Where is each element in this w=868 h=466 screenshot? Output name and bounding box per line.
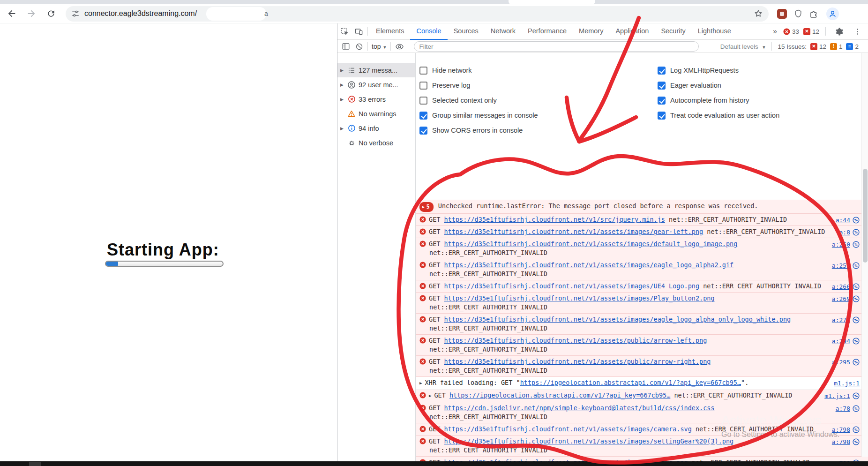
sidebar-item-127-messa-[interactable]: ▶127 messa... <box>337 63 415 77</box>
source-link[interactable]: a:269 <box>832 294 850 303</box>
request-url-link[interactable]: https://d35e1ftufisrhj.cloudfront.net/v1… <box>444 294 715 302</box>
device-toolbar-icon[interactable] <box>352 25 366 38</box>
request-url-link[interactable]: https://d35e1ftufisrhj.cloudfront.net/v1… <box>444 437 734 445</box>
source-link[interactable]: a:253 <box>832 261 850 270</box>
more-tabs-chevron[interactable]: » <box>771 23 779 40</box>
network-request-icon[interactable] <box>853 316 860 323</box>
network-request-icon[interactable] <box>853 229 860 236</box>
tab-elements[interactable]: Elements <box>370 23 410 40</box>
setting-hide-network[interactable]: Hide network <box>419 63 868 78</box>
checkbox[interactable] <box>419 82 427 90</box>
issues-label[interactable]: 15 Issues: <box>778 43 807 50</box>
request-url-link[interactable]: https://d35e1ftufisrhj.cloudfront.net/v1… <box>444 240 738 248</box>
address-bar[interactable]: connector.eagle3dstreaming.com/ a <box>66 6 769 22</box>
tab-sources[interactable]: Sources <box>448 23 485 40</box>
source-link[interactable]: a:78 <box>836 404 850 413</box>
sidebar-item-no-warnings[interactable]: No warnings <box>337 106 415 121</box>
network-request-icon[interactable] <box>853 295 860 302</box>
console-sidebar-toggle-icon[interactable] <box>339 41 352 52</box>
source-link[interactable]: a:294 <box>832 337 850 346</box>
inspect-element-icon[interactable] <box>337 25 352 38</box>
tab-performance[interactable]: Performance <box>522 23 573 40</box>
shield-extension-icon[interactable] <box>793 9 803 18</box>
request-url-link[interactable]: https://ipgeolocation.abstractapi.com/v1… <box>449 391 670 399</box>
setting-autocomplete-from-history[interactable]: Autocomplete from history <box>658 93 779 108</box>
request-url-link[interactable]: https://cdn.jsdelivr.net/npm/simple-keyb… <box>444 404 715 412</box>
tab-lighthouse[interactable]: Lighthouse <box>692 23 737 40</box>
tab-application[interactable]: Application <box>609 23 655 40</box>
expand-arrow-icon[interactable]: ▶ <box>340 68 346 73</box>
profile-avatar[interactable] <box>826 8 839 20</box>
extensions-puzzle-icon[interactable] <box>809 9 819 18</box>
request-url-link[interactable]: https://d35e1ftufisrhj.cloudfront.net/v1… <box>444 261 734 269</box>
source-link[interactable]: a:250 <box>832 240 850 249</box>
source-link[interactable]: m1.js:1 <box>834 379 860 388</box>
checkbox[interactable] <box>419 112 427 120</box>
bookmark-star-icon[interactable] <box>754 9 763 18</box>
checkbox[interactable] <box>658 82 666 90</box>
sidebar-item-94-info[interactable]: ▶94 info <box>337 121 415 135</box>
checkbox[interactable] <box>658 112 666 120</box>
context-selector[interactable]: top▼ <box>372 43 387 50</box>
source-link[interactable]: a:295 <box>832 358 850 367</box>
clear-console-icon[interactable] <box>352 41 366 52</box>
setting-selected-context-only[interactable]: Selected context only <box>419 93 868 108</box>
checkbox[interactable] <box>419 97 427 105</box>
expand-arrow-icon[interactable]: ▶ <box>429 391 431 400</box>
setting-group-similar-messages-in-console[interactable]: Group similar messages in console <box>419 108 868 123</box>
back-button[interactable] <box>4 6 20 22</box>
network-request-icon[interactable] <box>853 438 860 445</box>
live-expression-eye-icon[interactable] <box>393 41 406 52</box>
sidebar-item-92-user-me-[interactable]: ▶92 user me... <box>337 77 415 92</box>
extension-icon[interactable] <box>777 9 787 19</box>
setting-log-xmlhttprequests[interactable]: Log XMLHttpRequests <box>658 63 779 78</box>
scrollbar-thumb[interactable] <box>863 169 868 263</box>
source-link[interactable]: a:277 <box>832 316 850 324</box>
forward-button[interactable] <box>23 6 39 22</box>
tab-memory[interactable]: Memory <box>573 23 609 40</box>
log-level-selector[interactable]: Default levels ▼ <box>720 43 766 50</box>
url-text[interactable]: connector.eagle3dstreaming.com/ <box>84 9 197 18</box>
network-request-icon[interactable] <box>853 338 860 345</box>
issue-badge-error[interactable]: ✕12 <box>810 43 826 50</box>
network-request-icon[interactable] <box>853 241 860 248</box>
checkbox[interactable] <box>419 67 427 75</box>
request-url-link[interactable]: https://d35e1ftufisrhj.cloudfront.net/v1… <box>444 228 703 235</box>
network-request-icon[interactable] <box>853 392 860 399</box>
devtools-settings-gear-icon[interactable] <box>832 25 846 38</box>
network-request-icon[interactable] <box>853 262 860 269</box>
request-url-link[interactable]: https://d35e1ftufisrhj.cloudfront.net/v1… <box>444 282 700 290</box>
request-url-link[interactable]: https://d35e1ftufisrhj.cloudfront.net/v1… <box>444 316 791 323</box>
source-link[interactable]: m1.js:1 <box>824 391 850 400</box>
tab-console[interactable]: Console <box>410 23 447 40</box>
tab-network[interactable]: Network <box>485 23 522 40</box>
request-url-link[interactable]: https://d35e1ftufisrhj.cloudfront.net/v1… <box>444 337 707 344</box>
checkbox[interactable] <box>658 97 666 105</box>
request-url-link[interactable]: https://d35e1ftufisrhj.cloudfront.net/v1… <box>444 216 665 223</box>
request-url-link[interactable]: https://ipgeolocation.abstractapi.com/v1… <box>520 379 741 386</box>
checkbox[interactable] <box>419 127 427 135</box>
source-link[interactable]: a:44 <box>836 216 850 225</box>
request-url-link[interactable]: https://d35e1ftufisrhj.cloudfront.net/v1… <box>444 425 692 433</box>
source-link[interactable]: a:798 <box>832 437 850 446</box>
filter-input[interactable] <box>414 41 699 52</box>
network-request-icon[interactable] <box>853 426 860 433</box>
reload-button[interactable] <box>43 6 59 22</box>
request-url-link[interactable]: https://d35e1ftufisrhj.cloudfront.net/v1… <box>444 358 711 365</box>
setting-eager-evaluation[interactable]: Eager evaluation <box>658 78 779 93</box>
network-request-icon[interactable] <box>853 217 860 224</box>
site-settings-icon[interactable] <box>71 9 80 18</box>
source-link[interactable]: a:798 <box>832 425 850 434</box>
setting-preserve-log[interactable]: Preserve log <box>419 78 868 93</box>
expand-arrow-icon[interactable]: ▶ <box>419 379 422 388</box>
expand-arrow-icon[interactable]: ▶ <box>340 97 346 102</box>
checkbox[interactable] <box>658 67 666 75</box>
network-request-icon[interactable] <box>853 405 860 412</box>
tab-security[interactable]: Security <box>655 23 691 40</box>
grouped-count-badge[interactable]: ▶5 <box>419 202 434 212</box>
sidebar-item-no-verbose[interactable]: No verbose <box>337 135 415 150</box>
console-error-count[interactable]: 33 <box>783 28 799 35</box>
issue-badge-warning[interactable]: !1 <box>830 43 843 50</box>
issues-count[interactable]: ✕ 12 <box>803 28 819 35</box>
source-link[interactable]: a:8 <box>839 228 850 237</box>
